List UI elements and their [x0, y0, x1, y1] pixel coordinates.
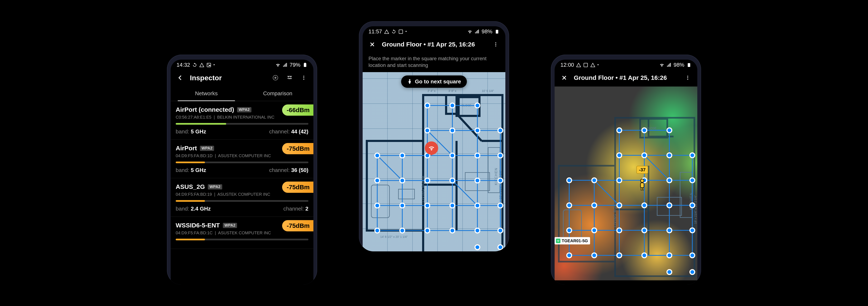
survey-node[interactable] [616, 127, 622, 133]
survey-node[interactable] [666, 202, 672, 208]
survey-node[interactable] [642, 202, 647, 208]
survey-node[interactable] [689, 228, 695, 233]
network-card[interactable]: ASUS_2G WPA2 -75dBm 04:D9:F5:FA:BD:19 | … [171, 178, 313, 217]
survey-node[interactable] [474, 228, 480, 234]
survey-node[interactable] [399, 228, 405, 234]
floor-plan[interactable]: LIVING ROOM KITCHEN 18' x 21/4" x 18' 2 … [363, 72, 505, 251]
network-list: AirPort (connected) WPA2 -66dBm C0:56:27… [171, 101, 313, 249]
survey-node[interactable] [425, 203, 430, 208]
survey-node[interactable] [399, 152, 405, 159]
survey-node[interactable] [642, 252, 647, 258]
survey-node[interactable] [497, 178, 503, 183]
survey-node[interactable] [425, 228, 430, 234]
survey-node[interactable] [591, 177, 597, 183]
survey-node[interactable] [689, 252, 695, 258]
overflow-button[interactable] [683, 73, 692, 82]
survey-node[interactable] [689, 177, 695, 183]
survey-node[interactable] [497, 244, 503, 250]
survey-node[interactable] [616, 228, 622, 233]
survey-node[interactable] [497, 152, 503, 159]
survey-node[interactable] [591, 228, 597, 233]
survey-node[interactable] [474, 103, 480, 108]
survey-node[interactable] [689, 152, 695, 158]
survey-node[interactable] [425, 128, 430, 133]
close-button[interactable] [368, 40, 377, 49]
survey-node[interactable] [474, 128, 480, 133]
svg-point-13 [495, 45, 496, 46]
dim-right-top: 10' 9 1/4" [482, 89, 494, 93]
survey-node[interactable] [374, 152, 380, 159]
svg-point-7 [303, 77, 304, 78]
tab-comparison[interactable]: Comparison [242, 87, 313, 101]
survey-node[interactable] [450, 152, 455, 159]
survey-node[interactable] [666, 228, 672, 233]
survey-node[interactable] [616, 252, 622, 258]
network-card[interactable]: WSSID6-5-ENT WPA2 -75dBm 04:D9:F5:FA:BD:… [171, 217, 313, 249]
survey-node[interactable] [497, 203, 503, 208]
signal-pill: -66dBm [282, 104, 313, 116]
survey-node[interactable] [425, 103, 430, 108]
survey-node[interactable] [689, 202, 695, 208]
dim-kitchen: 18' x 21/4" x 18' 2 1/4" [694, 195, 697, 224]
survey-node[interactable] [666, 252, 672, 258]
ap-marker[interactable] [425, 141, 438, 155]
survey-node[interactable] [642, 152, 647, 158]
overflow-button[interactable] [491, 40, 500, 49]
survey-node[interactable] [425, 178, 430, 183]
survey-node[interactable] [566, 252, 572, 258]
survey-node[interactable] [474, 152, 480, 159]
survey-node[interactable] [616, 152, 622, 158]
signal-bar [176, 123, 308, 125]
svg-rect-52 [584, 63, 588, 67]
triangle-icon [590, 63, 595, 68]
survey-node[interactable] [689, 269, 695, 275]
back-button[interactable] [176, 73, 185, 82]
survey-node[interactable] [497, 228, 503, 234]
survey-node[interactable] [474, 203, 480, 208]
survey-node[interactable] [616, 202, 622, 208]
survey-node[interactable] [374, 228, 380, 234]
survey-node[interactable] [399, 203, 405, 208]
user-avatar-icon[interactable] [638, 179, 646, 190]
overflow-button[interactable] [299, 73, 308, 82]
filter-button[interactable] [285, 73, 294, 82]
survey-node[interactable] [374, 178, 380, 183]
survey-node[interactable] [591, 202, 597, 208]
survey-node[interactable] [666, 269, 672, 275]
survey-node[interactable] [591, 252, 597, 258]
close-button[interactable] [560, 73, 569, 82]
ssid-chip[interactable]: TGEAR01-5G [555, 237, 590, 244]
survey-node[interactable] [642, 127, 647, 133]
survey-node[interactable] [450, 178, 455, 183]
tab-networks[interactable]: Networks [171, 87, 242, 101]
survey-node[interactable] [474, 178, 480, 183]
survey-node[interactable] [666, 177, 672, 183]
table-icon [398, 189, 415, 199]
survey-node[interactable] [666, 152, 672, 158]
network-card[interactable]: AirPort (connected) WPA2 -66dBm C0:56:27… [171, 101, 313, 140]
survey-node[interactable] [642, 228, 647, 233]
survey-node[interactable] [616, 177, 622, 183]
record-button[interactable] [271, 73, 280, 82]
survey-node[interactable] [374, 203, 380, 208]
signal-icon [666, 63, 672, 68]
survey-node[interactable] [566, 177, 572, 183]
survey-node[interactable] [666, 127, 672, 133]
survey-node[interactable] [566, 202, 572, 208]
heatmap[interactable]: LIVING ROOM KITCHEN 18' x 21/4" x 18' 2 … [555, 87, 697, 280]
next-square-button[interactable]: Go to next square [401, 75, 467, 88]
survey-node[interactable] [450, 228, 455, 234]
svg-point-11 [495, 42, 496, 43]
dim-kitchen: 18' x 21/4" x 18' 2 1/4" [499, 170, 502, 199]
survey-node[interactable] [450, 103, 455, 108]
wifi-mini-icon [556, 238, 560, 243]
survey-node[interactable] [474, 244, 480, 250]
image-icon [583, 63, 588, 68]
survey-node[interactable] [497, 128, 503, 133]
status-bar: 14:32 • 79% [171, 60, 313, 69]
survey-node[interactable] [566, 228, 572, 233]
network-card[interactable]: AirPort WPA2 -75dBm 04:D9:F5:FA:BD:1D | … [171, 140, 313, 178]
survey-node[interactable] [450, 203, 455, 208]
survey-node[interactable] [399, 178, 405, 183]
survey-node[interactable] [450, 128, 455, 133]
